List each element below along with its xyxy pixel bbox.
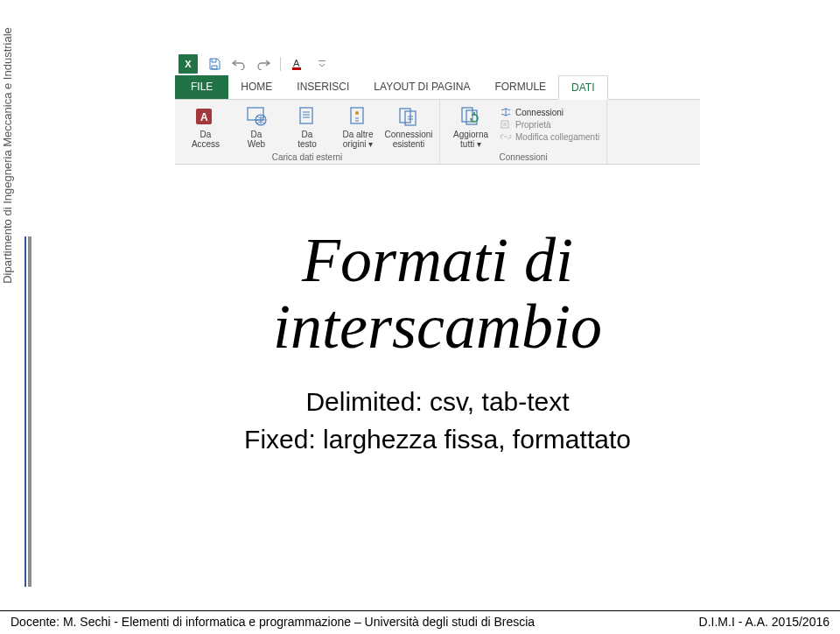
edit-links-item[interactable]: Modifica collegamenti	[500, 131, 599, 142]
tab-file[interactable]: FILE	[175, 75, 228, 99]
font-color-icon[interactable]: A	[290, 56, 305, 72]
connections-item[interactable]: Connessioni	[500, 107, 599, 117]
group-label-external: Carica dati esterni	[272, 152, 343, 162]
slide-content: Formati di interscambio Delimited: csv, …	[105, 228, 770, 456]
tab-insert[interactable]: INSERISCI	[284, 75, 361, 99]
tab-data[interactable]: DATI	[558, 75, 607, 100]
properties-icon	[500, 119, 512, 130]
existing-connections-button[interactable]: Connessioniesistenti	[385, 103, 432, 151]
from-other-button[interactable]: Da altreorigini ▾	[334, 103, 382, 151]
undo-icon[interactable]	[231, 56, 247, 72]
redo-icon[interactable]	[256, 56, 271, 72]
refresh-icon	[458, 105, 483, 128]
department-sidebar: Dipartimento di Ingegneria Meccanica e I…	[1, 0, 14, 331]
other-sources-icon	[346, 105, 370, 128]
svg-rect-7	[300, 108, 312, 123]
save-icon[interactable]	[206, 56, 222, 72]
tab-home[interactable]: HOME	[228, 75, 284, 99]
slide-title-1: Formati di	[105, 228, 770, 294]
ribbon-groups: A DaAccess DaWeb Datesto	[175, 100, 700, 165]
group-label-connections: Connessioni	[500, 152, 548, 162]
footer-left: Docente: M. Sechi - Elementi di informat…	[10, 615, 535, 629]
excel-logo-icon: X	[178, 54, 198, 74]
edit-links-icon	[500, 131, 512, 142]
qat-separator	[280, 57, 281, 71]
svg-text:A: A	[200, 111, 208, 123]
sidebar-rule-1	[24, 236, 26, 587]
from-web-button[interactable]: DaWeb	[233, 103, 280, 151]
quick-access-toolbar: X A	[175, 53, 700, 75]
from-text-button[interactable]: Datesto	[284, 103, 331, 151]
svg-rect-1	[292, 67, 301, 70]
svg-point-12	[355, 111, 359, 115]
ribbon-tabs: FILE HOME INSERISCI LAYOUT DI PAGINA FOR…	[175, 75, 700, 100]
web-icon	[244, 105, 269, 128]
slide-body-1: Delimited: csv, tab-text	[105, 384, 770, 419]
sidebar-rule-2	[28, 236, 32, 587]
group-external-data: A DaAccess DaWeb Datesto	[175, 100, 440, 164]
tab-formulas[interactable]: FORMULE	[482, 75, 558, 99]
properties-item[interactable]: Proprietà	[500, 119, 599, 130]
slide-title-2: interscambio	[105, 294, 770, 361]
existing-connections-icon	[396, 105, 421, 128]
slide-footer: Docente: M. Sechi - Elementi di informat…	[0, 610, 840, 629]
svg-rect-2	[318, 60, 326, 61]
refresh-all-button[interactable]: Aggiornatutti ▾	[447, 103, 494, 151]
svg-text:A: A	[293, 58, 300, 68]
excel-ribbon: X A FILE HOME INSERISCI LAYOUT DI PAGINA…	[175, 53, 700, 165]
svg-rect-17	[501, 121, 508, 128]
slide-body-2: Fixed: larghezza fissa, formattato	[105, 422, 770, 456]
tab-layout[interactable]: LAYOUT DI PAGINA	[361, 75, 482, 99]
qat-customize-icon[interactable]	[314, 56, 330, 72]
connections-icon	[500, 107, 512, 117]
text-file-icon	[295, 105, 319, 128]
from-access-button[interactable]: A DaAccess	[182, 103, 229, 151]
group-connections: Aggiornatutti ▾ Connessioni Proprietà Mo…	[440, 100, 607, 164]
access-icon: A	[193, 105, 218, 128]
footer-right: D.I.M.I - A.A. 2015/2016	[699, 615, 830, 629]
